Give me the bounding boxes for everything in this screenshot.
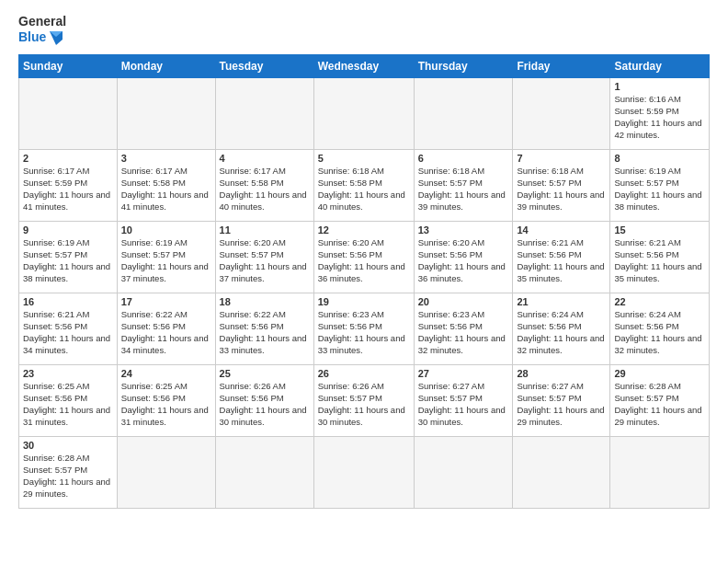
day-info: Sunrise: 6:24 AMSunset: 5:56 PMDaylight:… [614, 309, 705, 356]
day-number: 26 [318, 368, 410, 379]
logo-blue: Blue [18, 29, 66, 45]
day-number: 3 [121, 153, 211, 164]
day-number: 17 [121, 296, 211, 307]
day-info: Sunrise: 6:18 AMSunset: 5:57 PMDaylight:… [418, 166, 509, 213]
calendar-cell: 1Sunrise: 6:16 AMSunset: 5:59 PMDaylight… [610, 78, 710, 150]
calendar-cell: 22Sunrise: 6:24 AMSunset: 5:56 PMDayligh… [610, 293, 710, 365]
calendar-cell: 20Sunrise: 6:23 AMSunset: 5:56 PMDayligh… [414, 293, 513, 365]
logo-text-block: General Blue [18, 15, 66, 45]
day-info: Sunrise: 6:25 AMSunset: 5:56 PMDaylight:… [23, 381, 113, 428]
day-info: Sunrise: 6:28 AMSunset: 5:57 PMDaylight:… [614, 381, 705, 428]
day-info: Sunrise: 6:24 AMSunset: 5:56 PMDaylight:… [517, 309, 606, 356]
day-number: 2 [23, 153, 113, 164]
day-info: Sunrise: 6:23 AMSunset: 5:56 PMDaylight:… [418, 309, 509, 356]
calendar-cell: 18Sunrise: 6:22 AMSunset: 5:56 PMDayligh… [215, 293, 313, 365]
day-info: Sunrise: 6:21 AMSunset: 5:56 PMDaylight:… [23, 309, 113, 356]
day-info: Sunrise: 6:19 AMSunset: 5:57 PMDaylight:… [23, 237, 113, 284]
calendar-week-2: 2Sunrise: 6:17 AMSunset: 5:59 PMDaylight… [19, 150, 710, 222]
calendar-cell [610, 437, 710, 509]
calendar-cell [414, 437, 513, 509]
day-number: 8 [614, 153, 705, 164]
logo-general: General [18, 15, 66, 29]
day-number: 11 [220, 224, 310, 236]
day-info: Sunrise: 6:21 AMSunset: 5:56 PMDaylight:… [517, 237, 606, 284]
calendar-cell: 16Sunrise: 6:21 AMSunset: 5:56 PMDayligh… [19, 293, 118, 365]
weekday-header-monday: Monday [117, 55, 215, 78]
calendar-cell: 3Sunrise: 6:17 AMSunset: 5:58 PMDaylight… [117, 150, 215, 222]
calendar-cell [215, 437, 313, 509]
day-info: Sunrise: 6:18 AMSunset: 5:58 PMDaylight:… [318, 166, 410, 213]
calendar-cell [117, 437, 215, 509]
calendar-cell: 13Sunrise: 6:20 AMSunset: 5:56 PMDayligh… [414, 222, 513, 293]
day-number: 18 [220, 296, 310, 307]
day-info: Sunrise: 6:26 AMSunset: 5:56 PMDaylight:… [220, 381, 310, 428]
day-info: Sunrise: 6:19 AMSunset: 5:57 PMDaylight:… [614, 166, 705, 213]
day-number: 13 [418, 224, 509, 236]
day-info: Sunrise: 6:17 AMSunset: 5:58 PMDaylight:… [121, 166, 211, 213]
calendar-cell: 12Sunrise: 6:20 AMSunset: 5:56 PMDayligh… [313, 222, 414, 293]
weekday-header-thursday: Thursday [414, 55, 513, 78]
calendar-cell [513, 78, 610, 150]
day-number: 24 [121, 368, 211, 379]
day-info: Sunrise: 6:18 AMSunset: 5:57 PMDaylight:… [517, 166, 606, 213]
day-info: Sunrise: 6:19 AMSunset: 5:57 PMDaylight:… [121, 237, 211, 284]
day-info: Sunrise: 6:22 AMSunset: 5:56 PMDaylight:… [121, 309, 211, 356]
day-info: Sunrise: 6:26 AMSunset: 5:57 PMDaylight:… [318, 381, 410, 428]
weekday-header-row: SundayMondayTuesdayWednesdayThursdayFrid… [19, 55, 710, 78]
day-number: 14 [517, 224, 606, 236]
calendar-cell: 15Sunrise: 6:21 AMSunset: 5:56 PMDayligh… [610, 222, 710, 293]
calendar-week-5: 23Sunrise: 6:25 AMSunset: 5:56 PMDayligh… [19, 365, 710, 437]
day-number: 16 [23, 296, 113, 307]
day-info: Sunrise: 6:28 AMSunset: 5:57 PMDaylight:… [23, 453, 113, 500]
day-number: 1 [614, 81, 705, 92]
day-number: 23 [23, 368, 113, 379]
calendar-cell: 5Sunrise: 6:18 AMSunset: 5:58 PMDaylight… [313, 150, 414, 222]
calendar-cell: 24Sunrise: 6:25 AMSunset: 5:56 PMDayligh… [117, 365, 215, 437]
calendar-cell [215, 78, 313, 150]
day-info: Sunrise: 6:20 AMSunset: 5:57 PMDaylight:… [220, 237, 310, 284]
day-info: Sunrise: 6:20 AMSunset: 5:56 PMDaylight:… [318, 237, 410, 284]
day-info: Sunrise: 6:22 AMSunset: 5:56 PMDaylight:… [220, 309, 310, 356]
calendar-cell: 25Sunrise: 6:26 AMSunset: 5:56 PMDayligh… [215, 365, 313, 437]
day-info: Sunrise: 6:16 AMSunset: 5:59 PMDaylight:… [614, 94, 705, 141]
day-number: 20 [418, 296, 509, 307]
day-number: 21 [517, 296, 606, 307]
logo-triangle-icon [48, 29, 64, 45]
calendar-cell: 19Sunrise: 6:23 AMSunset: 5:56 PMDayligh… [313, 293, 414, 365]
day-number: 19 [318, 296, 410, 307]
calendar-cell: 27Sunrise: 6:27 AMSunset: 5:57 PMDayligh… [414, 365, 513, 437]
day-number: 5 [318, 153, 410, 164]
calendar-cell [313, 78, 414, 150]
day-number: 29 [614, 368, 705, 379]
calendar-cell: 26Sunrise: 6:26 AMSunset: 5:57 PMDayligh… [313, 365, 414, 437]
calendar-cell: 4Sunrise: 6:17 AMSunset: 5:58 PMDaylight… [215, 150, 313, 222]
calendar-cell: 21Sunrise: 6:24 AMSunset: 5:56 PMDayligh… [513, 293, 610, 365]
weekday-header-sunday: Sunday [19, 55, 118, 78]
weekday-header-tuesday: Tuesday [215, 55, 313, 78]
day-info: Sunrise: 6:17 AMSunset: 5:58 PMDaylight:… [220, 166, 310, 213]
calendar-cell [513, 437, 610, 509]
calendar-cell: 30Sunrise: 6:28 AMSunset: 5:57 PMDayligh… [19, 437, 118, 509]
calendar-cell: 11Sunrise: 6:20 AMSunset: 5:57 PMDayligh… [215, 222, 313, 293]
day-info: Sunrise: 6:27 AMSunset: 5:57 PMDaylight:… [517, 381, 606, 428]
day-info: Sunrise: 6:17 AMSunset: 5:59 PMDaylight:… [23, 166, 113, 213]
day-info: Sunrise: 6:27 AMSunset: 5:57 PMDaylight:… [418, 381, 509, 428]
day-number: 27 [418, 368, 509, 379]
calendar-week-4: 16Sunrise: 6:21 AMSunset: 5:56 PMDayligh… [19, 293, 710, 365]
day-number: 30 [23, 440, 113, 451]
calendar-cell: 6Sunrise: 6:18 AMSunset: 5:57 PMDaylight… [414, 150, 513, 222]
calendar-cell [414, 78, 513, 150]
calendar-cell: 23Sunrise: 6:25 AMSunset: 5:56 PMDayligh… [19, 365, 118, 437]
calendar-cell: 2Sunrise: 6:17 AMSunset: 5:59 PMDaylight… [19, 150, 118, 222]
calendar-cell [313, 437, 414, 509]
day-number: 22 [614, 296, 705, 307]
weekday-header-wednesday: Wednesday [313, 55, 414, 78]
calendar-cell: 29Sunrise: 6:28 AMSunset: 5:57 PMDayligh… [610, 365, 710, 437]
calendar-week-1: 1Sunrise: 6:16 AMSunset: 5:59 PMDaylight… [19, 78, 710, 150]
day-info: Sunrise: 6:23 AMSunset: 5:56 PMDaylight:… [318, 309, 410, 356]
calendar-cell: 8Sunrise: 6:19 AMSunset: 5:57 PMDaylight… [610, 150, 710, 222]
logo: General Blue [18, 15, 66, 45]
calendar-cell: 14Sunrise: 6:21 AMSunset: 5:56 PMDayligh… [513, 222, 610, 293]
day-number: 6 [418, 153, 509, 164]
day-info: Sunrise: 6:21 AMSunset: 5:56 PMDaylight:… [614, 237, 705, 284]
